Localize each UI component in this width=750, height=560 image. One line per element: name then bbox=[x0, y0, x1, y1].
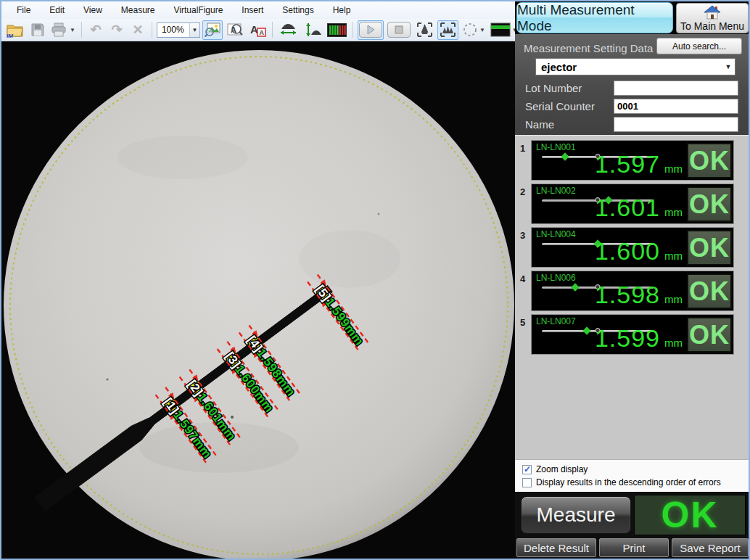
measured-value: 1.598 bbox=[595, 281, 660, 308]
result-index: 1 bbox=[520, 143, 530, 154]
save-report-button[interactable]: Save Report bbox=[672, 538, 749, 557]
measurement-id: LN-LN007 bbox=[536, 316, 576, 326]
zoom-display-label: Zoom display bbox=[536, 464, 588, 474]
program-select-caret[interactable]: ▼ bbox=[722, 63, 735, 70]
stop-measure-icon[interactable] bbox=[386, 20, 412, 40]
zoom-level-combobox[interactable]: 100% ▼ bbox=[157, 22, 200, 38]
measured-value: 1.597 bbox=[595, 150, 660, 178]
width-measure-icon[interactable] bbox=[277, 20, 300, 40]
program-select-value: ejector bbox=[536, 61, 722, 73]
serial-counter-label: Serial Counter bbox=[525, 100, 595, 112]
measurement-id: LN-LN006 bbox=[536, 273, 576, 283]
program-select[interactable]: ejector ▼ bbox=[535, 58, 735, 75]
to-main-menu-button[interactable]: To Main Menu bbox=[676, 3, 749, 33]
measure-button[interactable]: Measure bbox=[521, 496, 631, 534]
menu-edit[interactable]: Edit bbox=[40, 3, 74, 17]
overall-status-display: OK bbox=[634, 495, 746, 535]
menu-settings[interactable]: Settings bbox=[273, 3, 323, 17]
right-panel: Multi Measurement Mode To Main Menu Meas… bbox=[515, 1, 750, 559]
serial-counter-field[interactable] bbox=[614, 99, 738, 114]
zoom-level-value: 100% bbox=[157, 25, 189, 35]
result-row[interactable]: LN-LN002 1.601mm OK bbox=[531, 184, 734, 224]
region-select-icon[interactable]: ▼ bbox=[461, 20, 487, 40]
status-badge: OK bbox=[687, 317, 732, 353]
run-measure-icon[interactable] bbox=[358, 20, 384, 40]
print-dropdown-caret[interactable]: ▼ bbox=[70, 27, 75, 33]
delete-result-button[interactable]: Delete Result bbox=[516, 538, 596, 557]
home-icon bbox=[703, 5, 722, 20]
toolbar-separator bbox=[272, 22, 273, 38]
result-row[interactable]: LN-LN007 1.599mm OK bbox=[531, 314, 734, 355]
status-badge: OK bbox=[687, 186, 732, 222]
lot-number-field[interactable] bbox=[614, 81, 738, 96]
unit-label: mm bbox=[664, 206, 683, 218]
region-select-caret[interactable]: ▼ bbox=[479, 27, 485, 33]
result-row[interactable]: LN-LN004 1.600mm OK bbox=[531, 227, 734, 268]
toolbar-separator bbox=[81, 22, 82, 38]
status-badge: OK bbox=[687, 273, 732, 309]
application-window: File Edit View Measure VirtualFigure Ins… bbox=[0, 0, 750, 560]
delete-result-label: Delete Result bbox=[524, 542, 589, 554]
menu-file[interactable]: File bbox=[7, 3, 40, 17]
measured-value: 1.599 bbox=[595, 324, 660, 352]
result-index: 2 bbox=[520, 186, 530, 197]
menu-view[interactable]: View bbox=[74, 3, 112, 17]
result-index: 5 bbox=[520, 317, 530, 328]
lot-number-label: Lot Number bbox=[525, 82, 582, 94]
to-main-menu-label: To Main Menu bbox=[680, 20, 744, 32]
camera-image: [1]1.597mm[2]1.601mm[3]1.600mm[4]1.598mm… bbox=[1, 41, 515, 559]
status-badge: OK bbox=[687, 230, 732, 265]
value-marker bbox=[561, 152, 569, 160]
value-marker bbox=[572, 283, 580, 291]
menu-help[interactable]: Help bbox=[324, 3, 360, 17]
settings-section-label: Measurement Setting Data bbox=[524, 42, 653, 54]
print-button[interactable]: Print bbox=[599, 538, 669, 557]
mode-title-label: Multi Measurement Mode bbox=[517, 2, 672, 34]
result-index: 4 bbox=[520, 273, 530, 284]
histogram-bars-icon[interactable] bbox=[326, 20, 348, 40]
menu-virtualfigure[interactable]: VirtualFigure bbox=[165, 3, 233, 17]
toolbar-separator bbox=[353, 22, 353, 38]
panel-header: Multi Measurement Mode To Main Menu bbox=[515, 1, 750, 34]
save-icon[interactable] bbox=[28, 20, 47, 40]
measure-button-label: Measure bbox=[537, 503, 616, 527]
svg-text:A: A bbox=[259, 29, 264, 36]
svg-text:IM: IM bbox=[7, 33, 13, 38]
menu-measure[interactable]: Measure bbox=[112, 3, 165, 17]
mode-title: Multi Measurement Mode bbox=[516, 2, 673, 33]
result-row[interactable]: LN-LN001 1.597mm OK bbox=[531, 140, 734, 181]
result-row[interactable]: LN-LN006 1.598mm OK bbox=[531, 271, 734, 311]
unit-label: mm bbox=[664, 250, 683, 262]
auto-search-button[interactable]: Auto search... bbox=[656, 38, 742, 54]
measurement-id: LN-LN001 bbox=[536, 142, 576, 152]
delete-figure-icon[interactable]: ✕ bbox=[128, 20, 147, 40]
zoom-level-caret[interactable]: ▼ bbox=[189, 23, 199, 37]
auto-search-label: Auto search... bbox=[672, 41, 726, 52]
undo-icon[interactable]: ↶ bbox=[86, 20, 105, 40]
open-folder-icon[interactable]: IM bbox=[4, 20, 26, 40]
find-annotation-icon[interactable]: A bbox=[225, 20, 245, 40]
name-field[interactable] bbox=[614, 117, 738, 132]
height-measure-icon[interactable] bbox=[302, 20, 324, 40]
pattern-zoom-in-icon[interactable] bbox=[414, 20, 435, 40]
measure-section: Measure OK Delete Result Print Save Repo… bbox=[515, 492, 750, 559]
fit-view-icon[interactable] bbox=[202, 20, 223, 40]
pattern-zoom-out-icon[interactable] bbox=[437, 20, 458, 40]
measured-value: 1.600 bbox=[595, 237, 660, 265]
print-label: Print bbox=[623, 542, 646, 554]
font-settings-icon[interactable]: A A bbox=[247, 20, 268, 40]
measurement-settings-section: Measurement Setting Data Auto search... … bbox=[515, 34, 750, 135]
display-options: Zoom display Display results in the desc… bbox=[515, 459, 750, 492]
unit-label: mm bbox=[664, 293, 683, 305]
name-label: Name bbox=[525, 118, 554, 131]
zoom-display-checkbox[interactable] bbox=[522, 465, 532, 474]
measurement-id: LN-LN002 bbox=[536, 186, 576, 196]
sort-errors-checkbox[interactable] bbox=[522, 478, 532, 487]
measurement-id: LN-LN004 bbox=[536, 229, 576, 239]
value-marker bbox=[582, 326, 590, 334]
redo-icon[interactable]: ↷ bbox=[107, 20, 126, 40]
print-icon[interactable]: ▼ bbox=[49, 20, 77, 40]
menu-insert[interactable]: Insert bbox=[232, 3, 273, 17]
measured-value: 1.601 bbox=[595, 194, 660, 221]
unit-label: mm bbox=[664, 337, 683, 349]
